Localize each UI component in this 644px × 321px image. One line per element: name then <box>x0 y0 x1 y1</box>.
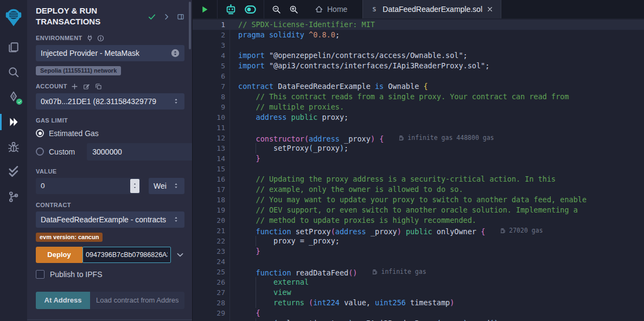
code-line[interactable]: 25 function readDataFeed()infinite gas <box>193 267 644 277</box>
line-number[interactable]: 1 <box>193 20 230 30</box>
sidebar-item-solidity-unit-testing[interactable] <box>0 161 27 183</box>
publish-ipfs-checkbox[interactable] <box>36 270 44 279</box>
code-line[interactable]: 24 <box>193 256 644 267</box>
code-line[interactable]: 8 // This contract reads from a single p… <box>193 92 644 102</box>
estimated-gas-radio[interactable] <box>36 129 44 137</box>
code-line[interactable]: 4import "@openzeppelin/contracts/access/… <box>193 50 644 61</box>
code-line[interactable]: 20 // method to update proxies is highly… <box>193 215 644 226</box>
code-text <box>230 164 644 174</box>
line-number[interactable]: 26 <box>193 277 230 287</box>
code-line[interactable]: 30 (value, timestamp) = IApi3ReaderProxy… <box>193 318 644 321</box>
line-number[interactable]: 18 <box>193 195 230 205</box>
code-line[interactable]: 19 // OEV support, or even switch to ano… <box>193 205 644 215</box>
code-line[interactable]: 22 proxy = _proxy; <box>193 236 644 246</box>
zoom-out-icon[interactable] <box>272 5 281 14</box>
code-line[interactable]: 28 returns (int224 value, uint256 timest… <box>193 298 644 308</box>
sidebar-item-git[interactable] <box>0 186 27 208</box>
line-number[interactable]: 24 <box>193 256 230 267</box>
sidebar-item-deploy-and-run[interactable] <box>0 111 27 133</box>
chevron-down-icon[interactable] <box>176 251 184 259</box>
sign-message-icon[interactable] <box>83 83 90 90</box>
line-number[interactable]: 7 <box>193 81 230 92</box>
line-number[interactable]: 16 <box>193 174 230 184</box>
code-line[interactable]: 15 <box>193 164 644 174</box>
line-number[interactable]: 12 <box>193 133 230 143</box>
run-script-icon[interactable] <box>200 5 209 14</box>
code-line[interactable]: 21 function setProxy(address _proxy) pub… <box>193 226 644 236</box>
line-number[interactable]: 8 <box>193 92 230 102</box>
line-number[interactable]: 30 <box>193 318 230 321</box>
line-number[interactable]: 6 <box>193 71 230 81</box>
line-number[interactable]: 19 <box>193 205 230 215</box>
custom-gas-input[interactable] <box>87 147 193 156</box>
copy-account-icon[interactable] <box>95 83 102 90</box>
code-line[interactable]: 5import "@api3/contracts/interfaces/IApi… <box>193 61 644 71</box>
line-number[interactable]: 23 <box>193 246 230 256</box>
line-number[interactable]: 27 <box>193 287 230 298</box>
constructor-arg-input[interactable] <box>82 247 171 263</box>
line-number[interactable]: 21 <box>193 226 230 236</box>
code-line[interactable]: 14 } <box>193 153 644 164</box>
sidebar-item-debugger[interactable] <box>0 136 27 158</box>
next-chevron-icon[interactable] <box>163 13 170 21</box>
panel-scrollbar[interactable] <box>189 2 191 49</box>
ai-assistant-robot-icon[interactable] <box>225 4 237 15</box>
line-number[interactable]: 14 <box>193 153 230 164</box>
info-icon[interactable] <box>97 35 104 42</box>
line-number[interactable]: 25 <box>193 267 230 277</box>
line-number[interactable]: 3 <box>193 40 230 50</box>
line-number[interactable]: 15 <box>193 164 230 174</box>
value-stepper[interactable] <box>130 179 139 193</box>
code-line[interactable]: 1// SPDX-License-Identifier: MIT <box>193 20 644 30</box>
code-line[interactable]: 6 <box>193 71 644 81</box>
line-number[interactable]: 17 <box>193 184 230 195</box>
line-number[interactable]: 2 <box>193 30 230 40</box>
code-line[interactable]: 10 address public proxy; <box>193 112 644 123</box>
contract-select[interactable]: DataFeedReaderExample - contracts <box>36 211 184 228</box>
line-number[interactable]: 29 <box>193 308 230 318</box>
sidebar-item-solidity-compiler[interactable] <box>0 86 27 108</box>
code-line[interactable]: 18 // You may want to update your proxy … <box>193 195 644 205</box>
deploy-button[interactable]: Deploy <box>36 247 82 263</box>
sidebar-item-search[interactable] <box>0 61 27 83</box>
at-address-input[interactable] <box>90 292 184 309</box>
code-line[interactable]: 16 // Updating the proxy address is a se… <box>193 174 644 184</box>
code-line[interactable]: 2pragma solidity ^0.8.0; <box>193 30 644 40</box>
code-line[interactable]: 26 external <box>193 277 644 287</box>
account-select[interactable]: 0x07b...21DE1 (82.311584329779 <box>36 93 184 110</box>
code-line[interactable]: 23 } <box>193 246 644 256</box>
at-address-button[interactable]: At Address <box>36 292 90 309</box>
value-input[interactable] <box>36 182 130 190</box>
code-area[interactable]: 1// SPDX-License-Identifier: MIT2pragma … <box>193 18 644 321</box>
line-number[interactable]: 22 <box>193 236 230 246</box>
code-line[interactable]: 12 constructor(address _proxy) {infinite… <box>193 133 644 143</box>
line-number[interactable]: 13 <box>193 143 230 153</box>
line-number[interactable]: 10 <box>193 112 230 123</box>
code-line[interactable]: 11 <box>193 123 644 133</box>
code-line[interactable]: 27 view <box>193 287 644 298</box>
code-line[interactable]: 13 setProxy(_proxy); <box>193 143 644 153</box>
sidebar-item-file-explorer[interactable] <box>0 36 27 58</box>
pin-panel-icon[interactable] <box>177 13 184 21</box>
tab-datafeedreaderexample[interactable]: S DataFeedReaderExample.sol <box>362 0 501 18</box>
add-account-icon[interactable] <box>71 83 78 90</box>
code-line[interactable]: 17 // example, only the owner is allowed… <box>193 184 644 195</box>
line-number[interactable]: 20 <box>193 215 230 226</box>
value-unit-select[interactable]: Wei <box>149 178 184 194</box>
environment-select[interactable]: Injected Provider - MetaMask <box>36 45 184 61</box>
code-line[interactable]: 29 { <box>193 308 644 318</box>
sidebar-item-remix-home[interactable] <box>0 4 27 30</box>
line-number[interactable]: 5 <box>193 61 230 71</box>
line-number[interactable]: 9 <box>193 102 230 112</box>
line-number[interactable]: 28 <box>193 298 230 308</box>
copilot-toggle[interactable] <box>245 4 256 15</box>
tab-home[interactable]: Home <box>306 0 356 18</box>
code-line[interactable]: 3 <box>193 40 644 50</box>
zoom-in-icon[interactable] <box>289 5 298 14</box>
code-line[interactable]: 9 // multiple proxies. <box>193 102 644 112</box>
line-number[interactable]: 11 <box>193 123 230 133</box>
code-line[interactable]: 7contract DataFeedReaderExample is Ownab… <box>193 81 644 92</box>
line-number[interactable]: 4 <box>193 50 230 61</box>
custom-gas-radio[interactable] <box>36 147 44 156</box>
close-tab-icon[interactable] <box>487 6 493 12</box>
